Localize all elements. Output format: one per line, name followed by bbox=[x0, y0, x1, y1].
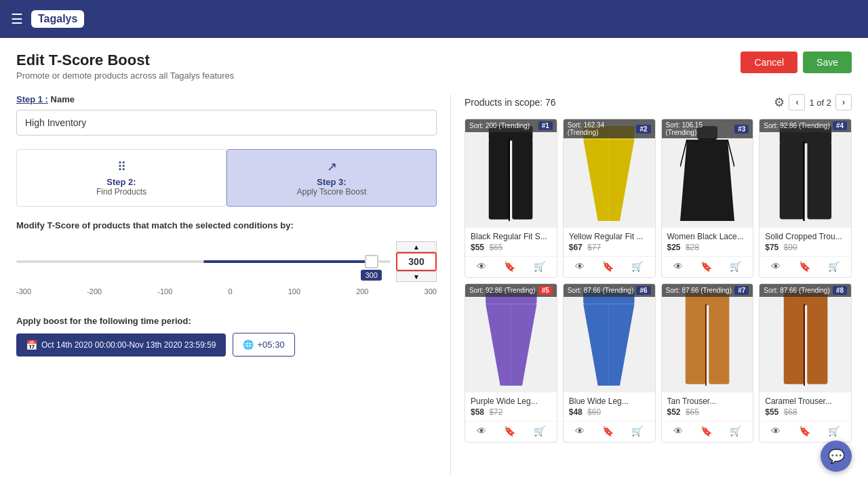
next-page-button[interactable]: › bbox=[835, 94, 852, 110]
bookmark-button[interactable]: 🔖 bbox=[599, 260, 616, 273]
bookmark-button[interactable]: 🔖 bbox=[501, 260, 518, 273]
view-button[interactable]: 👁 bbox=[671, 260, 686, 273]
product-info: Blue Wide Leg... $48 $60 bbox=[564, 392, 655, 421]
slider-thumb[interactable] bbox=[365, 255, 378, 268]
product-actions: 👁 🔖 🛒 bbox=[465, 421, 557, 442]
settings-icon[interactable]: ⚙ bbox=[774, 95, 785, 110]
boost-icon: ↗ bbox=[238, 159, 425, 174]
cart-button[interactable]: 🛒 bbox=[825, 260, 842, 273]
bookmark-button[interactable]: 🔖 bbox=[599, 424, 616, 438]
price-original: $68 bbox=[784, 407, 797, 417]
svg-marker-16 bbox=[486, 304, 511, 386]
spinner-down-button[interactable]: ▼ bbox=[396, 271, 437, 282]
product-actions: 👁 🔖 🛒 bbox=[662, 256, 753, 277]
cart-button[interactable]: 🛒 bbox=[727, 260, 744, 273]
date-range-button[interactable]: 📅 Oct 14th 2020 00:00:00-Nov 13th 2020 2… bbox=[16, 333, 226, 357]
name-input[interactable] bbox=[16, 110, 437, 136]
product-price: $75 $90 bbox=[765, 243, 846, 252]
view-button[interactable]: 👁 bbox=[474, 424, 489, 438]
cancel-button[interactable]: Cancel bbox=[741, 52, 797, 73]
price-current: $25 bbox=[667, 243, 681, 252]
product-info: Black Regular Fit S... $55 $65 bbox=[465, 228, 557, 256]
bookmark-button[interactable]: 🔖 bbox=[796, 260, 813, 273]
chat-bubble[interactable]: 💬 bbox=[821, 441, 852, 472]
step3-box[interactable]: ↗ Step 3: Apply Tscore Boost bbox=[226, 149, 437, 207]
step2-box[interactable]: ⠿ Step 2: Find Products bbox=[16, 149, 226, 207]
svg-rect-23 bbox=[709, 304, 729, 384]
product-image bbox=[465, 119, 557, 228]
product-card: Sort: 200 (Trending) #1 Black Regular Fi… bbox=[465, 119, 557, 278]
bookmark-button[interactable]: 🔖 bbox=[796, 424, 813, 438]
product-image bbox=[662, 284, 753, 392]
product-image bbox=[760, 119, 851, 228]
product-actions: 👁 🔖 🛒 bbox=[465, 256, 557, 277]
products-count: Products in scope: 76 bbox=[465, 97, 556, 108]
slider-number-input[interactable] bbox=[396, 252, 437, 271]
globe-icon: 🌐 bbox=[243, 340, 254, 350]
page-title-area: Edit T-Score Boost Promote or demote pro… bbox=[16, 52, 234, 81]
header-row: Edit T-Score Boost Promote or demote pro… bbox=[16, 52, 852, 81]
save-button[interactable]: Save bbox=[803, 52, 852, 73]
price-current: $55 bbox=[765, 407, 778, 417]
prev-page-button[interactable]: ‹ bbox=[789, 94, 805, 110]
view-button[interactable]: 👁 bbox=[572, 424, 587, 438]
time-row: 📅 Oct 14th 2020 00:00:00-Nov 13th 2020 2… bbox=[16, 333, 437, 357]
product-actions: 👁 🔖 🛒 bbox=[564, 256, 655, 277]
cart-button[interactable]: 🛒 bbox=[825, 424, 842, 438]
page-subtitle: Promote or demote products across all Ta… bbox=[16, 70, 234, 81]
product-price: $67 $77 bbox=[569, 243, 650, 252]
slider-track-wrap: 300 bbox=[16, 260, 391, 263]
view-button[interactable]: 👁 bbox=[768, 424, 783, 438]
hamburger-icon[interactable]: ☰ bbox=[11, 11, 23, 27]
product-actions: 👁 🔖 🛒 bbox=[760, 256, 851, 277]
view-button[interactable]: 👁 bbox=[572, 260, 587, 273]
main-split: Step 1 : Name ⠿ Step 2: Find Products ↗ … bbox=[16, 94, 852, 474]
cart-button[interactable]: 🛒 bbox=[531, 260, 548, 273]
sort-badge: Sort: 92.86 (Trending) #5 bbox=[465, 284, 557, 297]
sort-text: Sort: 162.34 (Trending) bbox=[568, 121, 637, 136]
product-image-wrap: Sort: 87.66 (Trending) #7 bbox=[662, 284, 753, 392]
rank-badge: #2 bbox=[636, 125, 650, 134]
cart-button[interactable]: 🛒 bbox=[531, 424, 548, 438]
sort-text: Sort: 92.86 (Trending) bbox=[764, 122, 829, 129]
product-image bbox=[564, 284, 655, 392]
tick-minus100: -100 bbox=[157, 287, 172, 296]
price-original: $90 bbox=[784, 243, 797, 252]
product-actions: 👁 🔖 🛒 bbox=[662, 421, 753, 442]
slider-fill bbox=[203, 260, 372, 263]
step1-label: Step 1 : Name bbox=[16, 94, 437, 104]
spinner-up-button[interactable]: ▲ bbox=[396, 241, 437, 252]
product-price: $55 $65 bbox=[471, 243, 551, 252]
price-original: $77 bbox=[587, 243, 601, 252]
product-card: Sort: 92.86 (Trending) #5 Purple Wide Le… bbox=[465, 283, 557, 443]
rank-badge: #3 bbox=[734, 125, 749, 134]
product-info: Yellow Regular Fit ... $67 $77 bbox=[564, 228, 655, 256]
step2-label: Step 2: bbox=[28, 177, 215, 187]
page-title: Edit T-Score Boost bbox=[16, 52, 234, 69]
bookmark-button[interactable]: 🔖 bbox=[698, 260, 715, 273]
view-button[interactable]: 👁 bbox=[474, 260, 489, 273]
price-current: $55 bbox=[471, 243, 484, 252]
product-card: Sort: 106.15 (Trending) #3 Women Black L… bbox=[661, 119, 754, 278]
calendar-icon: 📅 bbox=[26, 340, 37, 350]
bookmark-button[interactable]: 🔖 bbox=[698, 424, 715, 438]
bookmark-button[interactable]: 🔖 bbox=[501, 424, 518, 438]
cart-button[interactable]: 🛒 bbox=[629, 424, 646, 438]
sort-badge: Sort: 87.66 (Trending) #8 bbox=[760, 284, 851, 297]
date-range-text: Oct 14th 2020 00:00:00-Nov 13th 2020 23:… bbox=[41, 340, 216, 350]
right-panel: Products in scope: 76 ⚙ ‹ 1 of 2 › Sort:… bbox=[450, 94, 852, 474]
header-buttons: Cancel Save bbox=[741, 52, 852, 73]
view-button[interactable]: 👁 bbox=[671, 424, 686, 438]
cart-button[interactable]: 🛒 bbox=[629, 260, 646, 273]
cart-button[interactable]: 🛒 bbox=[727, 424, 744, 438]
sort-badge: Sort: 92.86 (Trending) #4 bbox=[760, 119, 851, 132]
price-original: $60 bbox=[587, 407, 601, 417]
product-card: Sort: 162.34 (Trending) #2 Yellow Regula… bbox=[563, 119, 656, 278]
view-button[interactable]: 👁 bbox=[768, 260, 783, 273]
product-name: Yellow Regular Fit ... bbox=[569, 232, 650, 241]
products-grid: Sort: 200 (Trending) #1 Black Regular Fi… bbox=[465, 119, 852, 443]
timezone-button[interactable]: 🌐 +05:30 bbox=[233, 333, 295, 357]
grid-icon: ⠿ bbox=[28, 159, 215, 174]
product-name: Women Black Lace... bbox=[667, 232, 748, 241]
svg-rect-2 bbox=[513, 139, 533, 219]
